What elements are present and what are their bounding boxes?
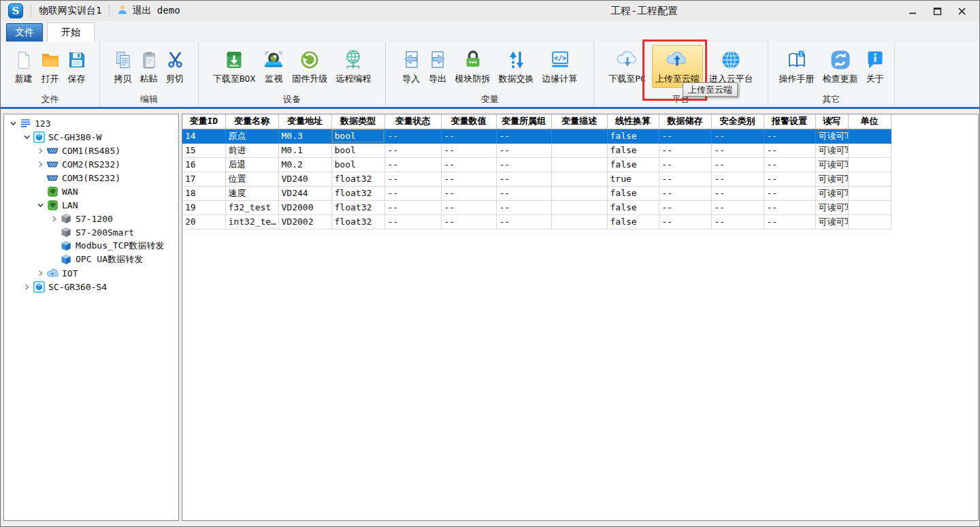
table-cell[interactable]: --	[496, 129, 551, 143]
table-cell[interactable]: --	[711, 214, 764, 229]
column-header[interactable]: 单位	[848, 114, 891, 129]
column-header[interactable]: 读写	[815, 114, 848, 129]
table-cell[interactable]: VD244	[278, 186, 331, 200]
table-cell[interactable]: VD240	[278, 172, 331, 186]
table-cell[interactable]: 可读可写	[815, 200, 848, 214]
table-cell[interactable]	[848, 129, 891, 143]
table-cell[interactable]: VD2000	[278, 200, 331, 214]
tree-item[interactable]: LAN	[4, 198, 178, 212]
table-cell[interactable]: false	[607, 157, 659, 172]
table-cell[interactable]: --	[441, 172, 496, 186]
open-button[interactable]: 打开	[37, 45, 63, 88]
column-header[interactable]: 数据储存	[659, 114, 711, 129]
enter-cloud-platform-button[interactable]: 进入云平台	[706, 45, 757, 88]
table-row[interactable]: 16后退M0.2bool------false------可读可写	[182, 157, 891, 172]
table-cell[interactable]: 19	[182, 200, 225, 214]
tree-item[interactable]: 123	[4, 116, 178, 130]
table-cell[interactable]: --	[385, 129, 441, 143]
column-header[interactable]: 报警设置	[764, 114, 815, 129]
table-cell[interactable]: --	[711, 157, 764, 172]
import-button[interactable]: 导入	[399, 45, 424, 88]
tree-item[interactable]: COM2(RS232)	[4, 157, 178, 171]
table-cell[interactable]: --	[711, 143, 764, 157]
close-button[interactable]	[949, 1, 974, 20]
table-cell[interactable]: 16	[182, 157, 225, 172]
table-cell[interactable]: --	[711, 200, 764, 214]
table-cell[interactable]	[551, 214, 607, 229]
column-header[interactable]: 数据类型	[331, 114, 385, 129]
table-cell[interactable]: float32	[331, 186, 385, 200]
table-cell[interactable]: false	[607, 200, 659, 214]
table-cell[interactable]: --	[659, 129, 711, 143]
table-cell[interactable]: --	[441, 214, 496, 229]
table-cell[interactable]	[551, 157, 607, 172]
table-cell[interactable]: false	[607, 214, 659, 229]
table-cell[interactable]: --	[659, 143, 711, 157]
table-cell[interactable]: --	[385, 200, 441, 214]
table-cell[interactable]: true	[607, 172, 659, 186]
minimize-button[interactable]	[900, 1, 925, 20]
table-row[interactable]: 17位置VD240float32------true------可读可写	[182, 172, 891, 186]
table-cell[interactable]	[551, 129, 607, 143]
table-cell[interactable]: 17	[182, 172, 225, 186]
table-cell[interactable]: --	[496, 157, 551, 172]
table-cell[interactable]: float32	[331, 172, 385, 186]
module-tamper-button[interactable]: 模块防拆	[452, 45, 494, 88]
table-cell[interactable]: --	[659, 200, 711, 214]
table-cell[interactable]: M0.2	[278, 157, 331, 172]
table-cell[interactable]: --	[764, 214, 815, 229]
chevron-right-icon[interactable]	[35, 159, 46, 169]
table-cell[interactable]: --	[659, 172, 711, 186]
table-cell[interactable]: --	[385, 186, 441, 200]
tree-item[interactable]: S7-200Smart	[4, 225, 178, 239]
logout-button[interactable]: 退出 demo	[117, 4, 180, 18]
cut-button[interactable]: 剪切	[163, 45, 188, 88]
table-cell[interactable]: 可读可写	[815, 157, 848, 172]
table-cell[interactable]: false	[607, 186, 659, 200]
tree-item[interactable]: WAN	[4, 185, 178, 198]
chevron-down-icon[interactable]	[8, 118, 18, 128]
table-cell[interactable]: --	[496, 186, 551, 200]
table-cell[interactable]: float32	[331, 200, 385, 214]
save-button[interactable]: 保存	[65, 45, 89, 88]
table-cell[interactable]: 前进	[225, 143, 278, 157]
table-cell[interactable]: --	[496, 200, 551, 214]
column-header[interactable]: 线性换算	[607, 114, 659, 129]
tree-item[interactable]: S7-1200	[4, 212, 178, 225]
column-header[interactable]: 变量数值	[441, 114, 496, 129]
table-cell[interactable]	[848, 143, 891, 157]
table-cell[interactable]	[848, 186, 891, 200]
table-cell[interactable]: int32_te…	[225, 214, 278, 229]
tree-item[interactable]: IOT	[4, 266, 178, 280]
download-to-box-button[interactable]: 下载至BOX	[210, 45, 259, 88]
chevron-down-icon[interactable]	[35, 200, 46, 210]
table-cell[interactable]: bool	[331, 129, 385, 143]
chevron-down-icon[interactable]	[22, 132, 32, 142]
table-cell[interactable]: f32_test	[225, 200, 278, 214]
tree-item[interactable]: SC-GH380-W	[4, 130, 178, 144]
table-cell[interactable]	[551, 143, 607, 157]
table-cell[interactable]: bool	[331, 157, 385, 172]
table-cell[interactable]: --	[764, 172, 815, 186]
table-cell[interactable]	[551, 186, 607, 200]
column-header[interactable]: 变量描述	[551, 114, 607, 129]
table-cell[interactable]: --	[764, 129, 815, 143]
tree-item[interactable]: Modbus_TCP数据转发	[4, 239, 178, 253]
table-cell[interactable]: --	[441, 200, 496, 214]
table-cell[interactable]	[848, 172, 891, 186]
table-row[interactable]: 18速度VD244float32------false------可读可写	[182, 186, 891, 200]
table-cell[interactable]	[551, 200, 607, 214]
table-cell[interactable]: --	[385, 157, 441, 172]
table-cell[interactable]: --	[659, 157, 711, 172]
table-cell[interactable]: 可读可写	[815, 214, 848, 229]
chevron-right-icon[interactable]	[49, 214, 59, 223]
table-cell[interactable]: --	[711, 172, 764, 186]
table-cell[interactable]: 后退	[225, 157, 278, 172]
table-cell[interactable]: --	[441, 143, 496, 157]
table-cell[interactable]: --	[441, 129, 496, 143]
table-cell[interactable]	[848, 200, 891, 214]
table-cell[interactable]: 速度	[225, 186, 278, 200]
maximize-button[interactable]	[925, 1, 949, 20]
table-row[interactable]: 20int32_te…VD2002float32------false-----…	[182, 214, 891, 229]
firmware-upgrade-button[interactable]: 固件升级	[289, 45, 331, 88]
